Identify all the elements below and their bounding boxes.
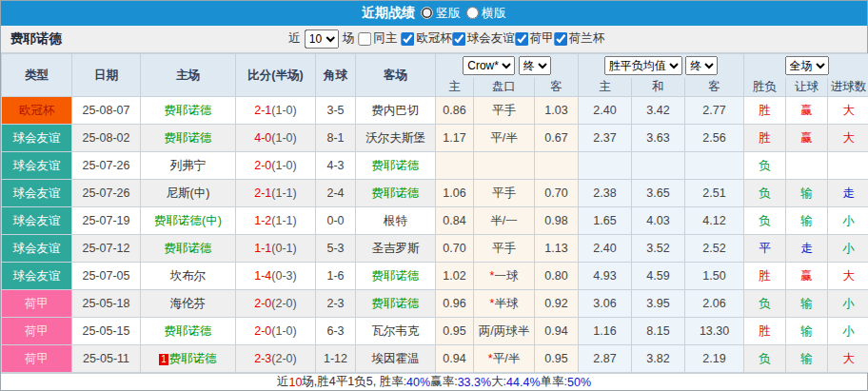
sub-header-asian-home: 主	[436, 78, 474, 97]
euro-draw-odds: 3.42	[632, 97, 685, 125]
away-team-link[interactable]: 费耶诺德	[372, 159, 420, 172]
score-cell: 2-1(1-1)	[236, 180, 316, 207]
league-filter-checkbox[interactable]	[401, 32, 414, 46]
away-team-link[interactable]: 费耶诺德	[372, 186, 420, 200]
score-fulltime: 2-0	[254, 159, 271, 172]
euro-home-odds: 1.16	[579, 318, 632, 345]
corners-cell: 1-6	[316, 263, 356, 290]
league-badge: 球会友谊	[2, 207, 72, 235]
result-handicap-cell: 走	[786, 235, 828, 263]
sub-header-asian-away: 客	[535, 78, 579, 97]
asian-company-select[interactable]: Crow*	[463, 56, 515, 75]
score-halftime: (1-1)	[271, 214, 296, 227]
corners-cell: 6-3	[316, 318, 356, 345]
result-goals-cell: 小	[828, 207, 868, 235]
league-filter-option[interactable]: 欧冠杯	[401, 30, 452, 47]
euro-draw-odds: 4.03	[632, 207, 685, 235]
home-team-link[interactable]: 费耶诺德(中)	[154, 214, 222, 227]
asian-away-odds: 0.80	[535, 263, 579, 290]
away-team-cell: 瓦尔韦克	[356, 318, 436, 345]
euro-home-odds: 2.40	[579, 235, 632, 263]
euro-draw-odds: 3.95	[632, 290, 685, 318]
col-header-date: 日期	[72, 54, 141, 97]
away-team-link[interactable]: 圣吉罗斯	[372, 242, 420, 255]
horizontal-radio[interactable]	[466, 7, 479, 19]
away-team-link[interactable]: 费耶诺德	[372, 297, 420, 310]
asian-time-select[interactable]: 终	[519, 56, 551, 75]
away-team-link[interactable]: 瓦尔韦克	[372, 324, 420, 338]
table-row: 球会友谊 25-07-12 费耶诺德 1-1(0-1) 5-3 圣吉罗斯 0.7…	[2, 235, 868, 263]
result-goals-cell: 小	[828, 235, 868, 263]
home-team-cell: 列弗宁	[141, 152, 236, 180]
home-team-link[interactable]: 费耶诺德	[165, 324, 212, 338]
result-goals-cell: 大	[828, 97, 868, 125]
scope-select[interactable]: 全场	[785, 56, 829, 75]
summary-segment: 44.4%	[506, 376, 540, 389]
away-team-cell: 费内巴切	[356, 97, 436, 125]
europe-time-select[interactable]: 终	[685, 56, 718, 75]
games-count-select[interactable]: 10	[305, 29, 339, 49]
table-row: 球会友谊 25-07-05 坎布尔 1-4(0-3) 1-6 费耶诺德 1.02…	[2, 263, 868, 290]
league-filter-option[interactable]: 荷兰杯	[554, 30, 605, 47]
same-home-checkbox[interactable]	[358, 32, 371, 46]
away-team-link[interactable]: 费内巴切	[372, 104, 420, 117]
layout-horizontal-option[interactable]: 横版	[466, 5, 506, 22]
euro-away-odds: 13.30	[685, 318, 744, 345]
asian-odds-header: Crow* 终	[436, 54, 579, 78]
home-team-cell: 费耶诺德	[141, 318, 236, 345]
result-scope-header: 全场	[744, 54, 868, 78]
asian-away-odds: 1.13	[535, 235, 579, 263]
euro-away-odds: 4.12	[685, 207, 744, 235]
score-cell: 1-1(0-1)	[236, 235, 316, 263]
league-filter-checkbox[interactable]	[515, 32, 528, 46]
league-filter-checkbox[interactable]	[554, 32, 567, 46]
layout-vertical-option[interactable]: 竖版	[421, 5, 461, 22]
score-cell: 2-3(2-0)	[236, 345, 316, 373]
euro-draw-odds	[632, 152, 685, 180]
result-wdl-cell: 胜	[744, 97, 786, 125]
result-goals-cell: 小	[828, 318, 868, 345]
filter-controls: 近 10 场 同主 欧冠杯球会友谊荷甲荷兰杯	[288, 29, 604, 49]
away-team-link[interactable]: 埃因霍温	[372, 352, 420, 365]
league-badge: 欧冠杯	[2, 97, 72, 125]
date-cell: 25-07-12	[72, 235, 141, 263]
home-team-link[interactable]: 费耶诺德	[165, 104, 212, 117]
table-row: 欧冠杯 25-08-07 费耶诺德 2-1(1-0) 3-5 费内巴切 0.86…	[2, 97, 868, 125]
same-home-option[interactable]: 同主	[358, 30, 397, 47]
asian-away-odds: 0.67	[535, 125, 579, 152]
away-team-link[interactable]: 根特	[384, 214, 407, 227]
home-team-link[interactable]: 尼斯(中)	[167, 186, 210, 200]
asian-home-odds: 0.84	[436, 207, 474, 235]
date-cell: 25-07-05	[72, 263, 141, 290]
asian-away-odds: 0.70	[535, 180, 579, 207]
control-row: 费耶诺德 近 10 场 同主 欧冠杯球会友谊荷甲荷兰杯	[1, 26, 867, 53]
league-filter-checkbox[interactable]	[452, 32, 465, 46]
score-cell: 2-0(2-0)	[236, 290, 316, 318]
home-team-link[interactable]: 费耶诺德	[165, 131, 212, 145]
recent-results-widget: 近期战绩 竖版 横版 费耶诺德 近 10 场 同主 欧冠杯球会友谊荷甲荷兰杯	[0, 0, 868, 391]
asian-home-odds: 1.06	[436, 180, 474, 207]
summary-segment: 40%	[406, 376, 430, 389]
league-filter-option[interactable]: 荷甲	[515, 30, 554, 47]
summary-footer: 近10场,胜4平1负5, 胜率:40% 赢率:33.3% 大:44.4% 单率:…	[1, 373, 867, 390]
away-team-link[interactable]: 费耶诺德	[372, 269, 420, 283]
asian-home-odds: 0.86	[436, 97, 474, 125]
home-team-link[interactable]: 列弗宁	[170, 159, 207, 172]
handicap-text: 平/半	[490, 131, 517, 145]
handicap-text: 半/一	[490, 214, 517, 227]
score-cell: 2-0(1-0)	[236, 318, 316, 345]
league-filter-label: 欧冠杯	[416, 30, 452, 47]
euro-home-odds: 2.37	[579, 125, 632, 152]
home-team-link[interactable]: 费耶诺德	[165, 242, 212, 255]
away-team-link[interactable]: 沃尔夫斯堡	[365, 131, 425, 145]
home-team-link[interactable]: 海伦芬	[170, 297, 207, 310]
home-team-link[interactable]: 费耶诺德	[169, 352, 217, 365]
summary-segment: 10	[288, 376, 302, 389]
col-header-away: 客场	[356, 54, 436, 97]
europe-company-select[interactable]: 胜平负均值	[604, 56, 682, 75]
vertical-radio[interactable]	[421, 7, 433, 19]
asian-home-odds: 1.17	[436, 125, 474, 152]
league-filter-option[interactable]: 球会友谊	[452, 30, 515, 47]
europe-odds-header: 胜平负均值 终	[579, 54, 744, 78]
home-team-link[interactable]: 坎布尔	[170, 269, 207, 283]
